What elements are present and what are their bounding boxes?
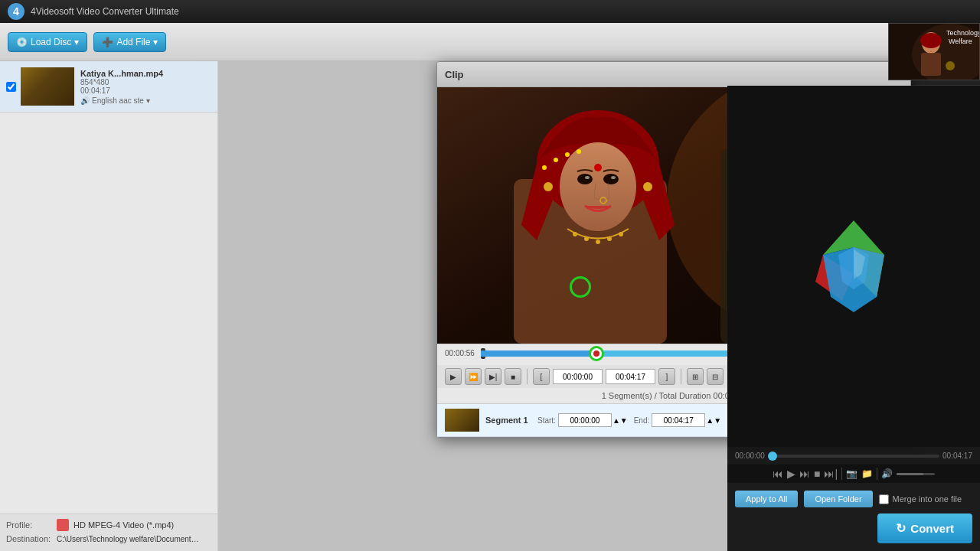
svg-point-19 (584, 236, 589, 241)
preview-volume-icon: 🔊 (881, 468, 893, 479)
merge-row: Merge into one file (879, 494, 962, 504)
zoom-out-button[interactable]: ⊟ (707, 368, 724, 385)
end-time-input[interactable] (606, 369, 655, 384)
svg-point-26 (577, 149, 581, 154)
main-area: Clip ✕ (218, 61, 727, 551)
load-disc-button[interactable]: 💿 Load Disc ▾ (8, 32, 87, 52)
preview-snapshot-button[interactable]: 📷 (846, 468, 858, 479)
file-thumbnail (21, 67, 74, 106)
bottom-panel: Profile: HD MPEG-4 Video (*.mp4) Destina… (0, 514, 217, 551)
svg-point-12 (577, 174, 593, 184)
add-file-button[interactable]: ➕ Add File ▾ (93, 32, 166, 52)
preview-separator-2 (877, 468, 877, 480)
preview-logo (800, 213, 907, 320)
file-checkbox[interactable] (6, 82, 16, 92)
right-panel: Preview (727, 61, 980, 551)
preview-progress-bar[interactable] (768, 455, 939, 458)
profile-text: HD MPEG-4 Video (*.mp4) (74, 520, 174, 530)
start-spinner[interactable]: ▲▼ (612, 416, 628, 425)
preview-area (727, 86, 980, 447)
action-row: Apply to All Open Folder Merge into one … (735, 491, 972, 507)
start-time-input[interactable] (553, 369, 603, 384)
svg-point-17 (594, 164, 602, 171)
apply-to-all-button[interactable]: Apply to All (735, 491, 798, 507)
play-button[interactable]: ▶ (445, 368, 462, 385)
destination-path: C:\Users\Technology welfare\Documents\Vi… (57, 535, 202, 543)
file-info: Katiya K...hman.mp4 854*480 00:04:17 🔊 E… (80, 69, 211, 105)
segment-start-input[interactable] (558, 413, 612, 427)
preview-end-time: 00:04:17 (942, 452, 972, 460)
step-forward-button[interactable]: ⏩ (465, 368, 482, 385)
merge-label: Merge into one file (893, 494, 962, 504)
file-list: Katiya K...hman.mp4 854*480 00:04:17 🔊 E… (0, 61, 217, 514)
svg-point-39 (920, 33, 942, 48)
svg-point-18 (573, 232, 577, 236)
preview-open-button[interactable]: 📁 (861, 468, 873, 479)
svg-text:Technology: Technology (946, 29, 980, 37)
preview-play-button[interactable]: ▶ (787, 468, 795, 480)
left-panel: Katiya K...hman.mp4 854*480 00:04:17 🔊 E… (0, 61, 218, 551)
svg-point-25 (565, 152, 570, 157)
preview-stop-button[interactable]: ■ (814, 468, 820, 480)
segment-start-field: Start: ▲▼ (537, 413, 628, 427)
open-folder-button[interactable]: Open Folder (804, 491, 872, 507)
svg-point-21 (607, 236, 612, 241)
app-logo: 4 (8, 3, 24, 20)
file-name: Katiya K...hman.mp4 (80, 69, 211, 78)
destination-row: Destination: C:\Users\Technology welfare… (6, 534, 211, 543)
set-end-bracket[interactable]: ] (658, 368, 675, 385)
profile-label: Profile: (6, 520, 52, 530)
end-label: End: (634, 416, 650, 425)
file-duration: 00:04:17 (80, 86, 211, 95)
svg-text:Welfare: Welfare (949, 37, 972, 45)
svg-point-22 (619, 232, 623, 236)
preview-playback-buttons: ⏮ ▶ ⏭ ■ ⏭| 📷 📁 🔊 (727, 465, 980, 483)
dialog-titlebar: Clip ✕ (437, 62, 910, 87)
set-start-bracket[interactable]: [ (533, 368, 550, 385)
svg-point-41 (946, 61, 955, 70)
svg-point-14 (585, 176, 590, 179)
svg-point-10 (643, 182, 652, 191)
corner-thumbnail-image: Technology Welfare (889, 24, 980, 80)
segment-thumbnail (445, 409, 479, 432)
zoom-in-button[interactable]: ⊞ (687, 368, 704, 385)
convert-row: ↻ Convert (735, 514, 972, 543)
file-audio: 🔊 English aac ste ▾ (80, 96, 211, 105)
preview-skip-forward-button[interactable]: ⏭ (799, 468, 810, 480)
svg-point-23 (542, 165, 547, 170)
merge-checkbox[interactable] (879, 494, 889, 504)
preview-controls: 00:00:00 00:04:17 (727, 447, 980, 465)
toolbar: 💿 Load Disc ▾ ➕ Add File ▾ (0, 23, 980, 61)
svg-point-9 (544, 182, 553, 191)
svg-point-11 (560, 142, 636, 231)
convert-button[interactable]: ↻ Convert (877, 514, 972, 543)
stop-button[interactable]: ■ (505, 368, 521, 385)
frame-forward-button[interactable]: ▶| (485, 368, 501, 385)
svg-point-13 (603, 174, 619, 184)
convert-label: Convert (910, 522, 954, 535)
svg-point-24 (554, 158, 558, 162)
segment-end-field: End: ▲▼ (634, 413, 721, 427)
bottom-actions: Apply to All Open Folder Merge into one … (727, 483, 980, 551)
svg-point-20 (596, 240, 600, 244)
separator-1 (527, 369, 528, 384)
preview-separator-1 (841, 468, 842, 480)
preview-volume-slider[interactable] (897, 473, 935, 475)
app-title: 4Videosoft Video Converter Ultimate (31, 6, 179, 17)
start-label: Start: (537, 416, 556, 425)
separator-2 (681, 369, 681, 384)
profile-row: Profile: HD MPEG-4 Video (*.mp4) (6, 519, 211, 531)
end-spinner[interactable]: ▲▼ (706, 416, 721, 425)
file-resolution: 854*480 (80, 78, 211, 86)
preview-skip-back-button[interactable]: ⏮ (773, 468, 783, 480)
current-time-label: 00:00:56 (445, 349, 475, 357)
destination-label: Destination: (6, 534, 52, 543)
preview-current-time: 00:00:00 (735, 452, 765, 460)
segment-end-input[interactable] (652, 413, 705, 427)
corner-thumbnail: Technology Welfare (888, 23, 980, 80)
preview-end-button[interactable]: ⏭| (824, 468, 838, 480)
playhead-thumb[interactable] (589, 346, 604, 361)
file-item[interactable]: Katiya K...hman.mp4 854*480 00:04:17 🔊 E… (0, 61, 217, 112)
title-bar: 4 4Videosoft Video Converter Ultimate (0, 0, 980, 23)
svg-rect-40 (921, 53, 941, 76)
